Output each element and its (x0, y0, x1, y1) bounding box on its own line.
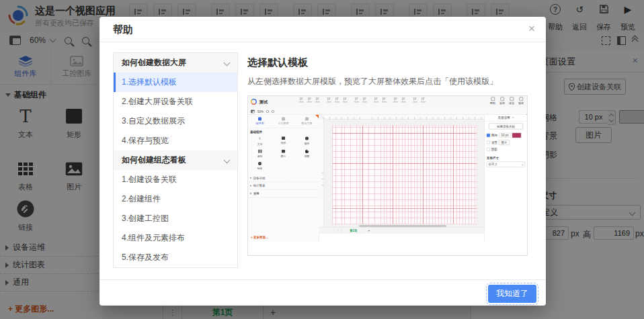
chevron-down-icon (224, 157, 231, 164)
mini-more-link: + 更多图形... (251, 236, 268, 240)
tutorial-screenshot: 测试 帮助 返回 保存 预览 (247, 95, 528, 256)
mini-canvas: ⋮ 第1页 + (319, 115, 485, 234)
nav-group-board[interactable]: 如何创建组态看板 (114, 150, 237, 170)
nav-item-create-component[interactable]: 2.创建组件 (114, 189, 237, 209)
mini-logo-icon (251, 99, 257, 105)
mini-tab-scada: 工控图库 (272, 115, 295, 128)
nav-item-select-template[interactable]: 1.选择默认模板 (114, 73, 237, 92)
help-content: 选择默认模板 从左侧选择数据大屏模版，预览了大屏整体效果后点击「使用该模版」 测… (247, 52, 532, 97)
help-modal: 帮助 × 如何创建数据大屏 1.选择默认模板 2.创建大屏设备关联 3.自定义数… (99, 17, 546, 306)
mini-settings-panel: 页面设置 创建设备关联 网格10 px 背景图片 阴影 页面尺寸 自定义 (485, 115, 528, 242)
nav-group-dashboard[interactable]: 如何创建数据大屏 (114, 53, 237, 73)
modal-close-icon[interactable]: × (528, 22, 535, 36)
mini-basic-section: 基础组件 (248, 128, 319, 136)
mini-app: 测试 帮助 返回 保存 预览 (248, 96, 527, 255)
nav-item-create-scada[interactable]: 3.创建工控图 (114, 209, 237, 228)
nav-item-create-assoc[interactable]: 2.创建大屏设备关联 (114, 92, 237, 111)
modal-title: 帮助 (113, 24, 133, 36)
mini-color-swatch (512, 133, 521, 138)
nav-item-layout[interactable]: 4.组件及元素排布 (114, 228, 237, 248)
mini-app-title: 测试 (259, 99, 268, 105)
mini-actions: 帮助 返回 保存 预览 (488, 97, 526, 106)
screen: 这是一个视图应用 所有更改均已保存 ? 帮助 (0, 0, 644, 319)
nav-item-save-preview[interactable]: 4.保存与预览 (114, 131, 237, 150)
chevron-down-icon (224, 60, 231, 66)
nav-item-device-assoc[interactable]: 1.创建设备关联 (114, 170, 237, 189)
mini-toolbar (298, 97, 428, 106)
mini-grid (332, 125, 477, 224)
help-nav: 如何创建数据大屏 1.选择默认模板 2.创建大屏设备关联 3.自定义数据展示 4… (113, 52, 238, 268)
mini-sidebar: 组件库 工控图库 数据大屏 基础组件 T文本 矩形 圆形 表格 图片 (248, 115, 319, 242)
mini-canvas-toolbar: 50% (248, 108, 527, 115)
confirm-button[interactable]: 我知道了 (488, 285, 536, 303)
mini-tab-components: 组件库 (248, 115, 272, 128)
nav-item-save-publish[interactable]: 5.保存及发布 (114, 248, 237, 267)
content-description: 从左侧选择数据大屏模版，预览了大屏整体效果后点击「使用该模版」 (247, 76, 532, 87)
nav-item-custom-data[interactable]: 3.自定义数据展示 (114, 111, 237, 131)
content-heading: 选择默认模板 (247, 56, 532, 69)
